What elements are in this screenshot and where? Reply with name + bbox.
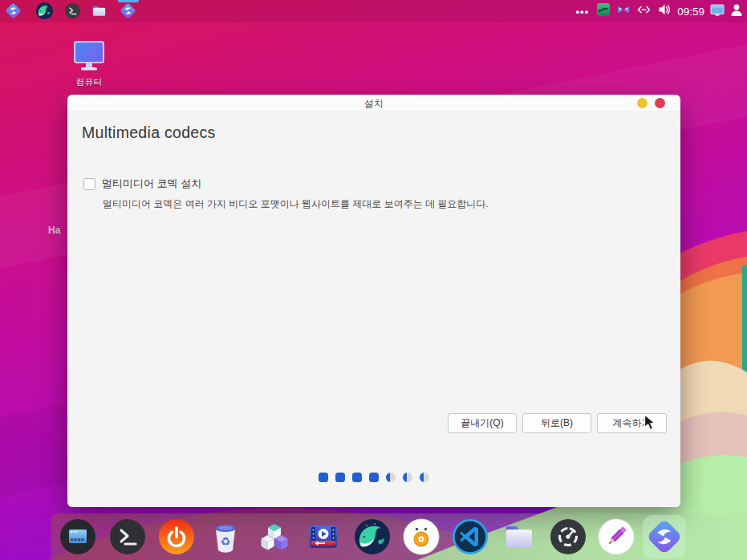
- whale-browser-icon: [353, 517, 392, 556]
- titlebar[interactable]: 설치: [67, 95, 680, 112]
- tray-overflow-button[interactable]: •••: [574, 6, 591, 18]
- folder-icon: [500, 517, 538, 556]
- top-panel: •••: [0, 0, 747, 22]
- kaisen-logo-icon: [4, 2, 22, 20]
- package-cubes-button[interactable]: [255, 517, 294, 556]
- system-monitor-dock-button[interactable]: [549, 517, 587, 556]
- minimize-button[interactable]: [637, 98, 648, 108]
- install-codecs-checkbox-row[interactable]: 멀티미디어 코덱 설치: [83, 177, 201, 191]
- user-icon: [730, 3, 743, 17]
- progress-dot-full: [319, 473, 328, 482]
- page-title: Multimedia codecs: [82, 124, 216, 142]
- progress-dot-half: [403, 473, 412, 482]
- progress-dots: [319, 473, 429, 482]
- power-off-button[interactable]: [157, 517, 196, 556]
- system-tray: •••: [574, 0, 743, 22]
- computer-monitor-icon: [71, 40, 108, 72]
- media-player-icon: [402, 517, 440, 556]
- whale-browser-icon: [35, 2, 54, 20]
- video-editor-icon: [304, 517, 343, 556]
- progress-dot-full: [352, 473, 362, 482]
- mouse-cursor: [643, 414, 660, 432]
- installer-content: Multimedia codecs 멀티미디어 코덱 설치 멀티미디어 코덱은 …: [67, 112, 680, 507]
- progress-dot-half: [386, 473, 396, 482]
- text-editor-button[interactable]: [597, 517, 635, 556]
- app-grid-icon: [59, 517, 97, 556]
- trash-dock-button[interactable]: ♻: [206, 517, 245, 556]
- terminal-launcher[interactable]: [64, 2, 81, 22]
- whale-browser-dock-button[interactable]: [353, 517, 392, 556]
- progress-dot-full: [335, 473, 345, 482]
- active-task-indicator: [118, 0, 139, 2]
- install-codecs-label: 멀티미디어 코덱 설치: [102, 177, 201, 191]
- pencil-icon: [597, 517, 635, 556]
- dock: ♻: [51, 513, 747, 560]
- trash-icon: ♻: [206, 517, 245, 556]
- progress-dot-full: [369, 473, 379, 482]
- kaisen-logo-icon: [119, 2, 137, 20]
- power-icon: [157, 517, 196, 556]
- butterfly-icon: [616, 2, 631, 17]
- installer-window: 설치 Multimedia codecs 멀티미디어 코덱 설치 멀티미디어 코…: [67, 95, 680, 507]
- kaisen-logo-icon: [645, 517, 684, 556]
- install-codecs-checkbox[interactable]: [83, 178, 95, 190]
- user-tray-button[interactable]: [730, 3, 743, 20]
- display-icon: [710, 3, 725, 17]
- terminal-icon: [108, 517, 147, 556]
- display-tray-button[interactable]: [710, 3, 725, 20]
- progress-dot-half: [420, 473, 429, 482]
- folder-icon: [90, 2, 108, 20]
- computer-icon-label: 컴퓨터: [66, 76, 112, 88]
- network-tray-button[interactable]: [636, 2, 652, 20]
- video-editor-button[interactable]: [304, 517, 343, 556]
- application-launcher-button[interactable]: [59, 517, 97, 556]
- gauge-icon: [549, 517, 587, 556]
- clock[interactable]: 09:59: [677, 6, 704, 18]
- terminal-icon: [64, 2, 81, 19]
- media-player-button[interactable]: [402, 517, 440, 556]
- kaisen-menu-button[interactable]: [4, 2, 22, 23]
- input-method-tray-button[interactable]: [616, 2, 631, 20]
- window-title: 설치: [67, 97, 680, 111]
- codecs-description: 멀티미디어 코덱은 여러 가지 비디오 포맷이나 웹사이트를 제대로 보여주는 …: [103, 197, 489, 211]
- terminal-dock-button[interactable]: [108, 517, 147, 556]
- svg-text:♻: ♻: [221, 535, 231, 548]
- speaker-icon: [657, 2, 672, 17]
- kaisen-installer-dock-button[interactable]: [645, 517, 684, 556]
- network-arrows-icon: [636, 2, 652, 17]
- system-monitor-icon: [596, 2, 611, 17]
- whale-browser-launcher[interactable]: [35, 2, 54, 23]
- close-button[interactable]: [655, 98, 665, 108]
- vscode-button[interactable]: [451, 517, 489, 556]
- file-manager-launcher[interactable]: [90, 2, 108, 23]
- system-monitor-tray-button[interactable]: [596, 2, 611, 20]
- volume-tray-button[interactable]: [657, 2, 672, 20]
- installer-task-button[interactable]: [119, 2, 137, 23]
- desktop-screen: { "colors": { "accent_blue": "#2160d4", …: [0, 0, 747, 560]
- clipped-desktop-text: Ha: [48, 225, 60, 236]
- computer-desktop-icon[interactable]: 컴퓨터: [66, 40, 112, 88]
- back-button[interactable]: 뒤로(B): [522, 413, 591, 433]
- vscode-icon: [451, 517, 489, 556]
- quit-button[interactable]: 끝내기(Q): [448, 413, 517, 433]
- file-manager-dock-button[interactable]: [500, 517, 538, 556]
- cubes-icon: [255, 517, 294, 556]
